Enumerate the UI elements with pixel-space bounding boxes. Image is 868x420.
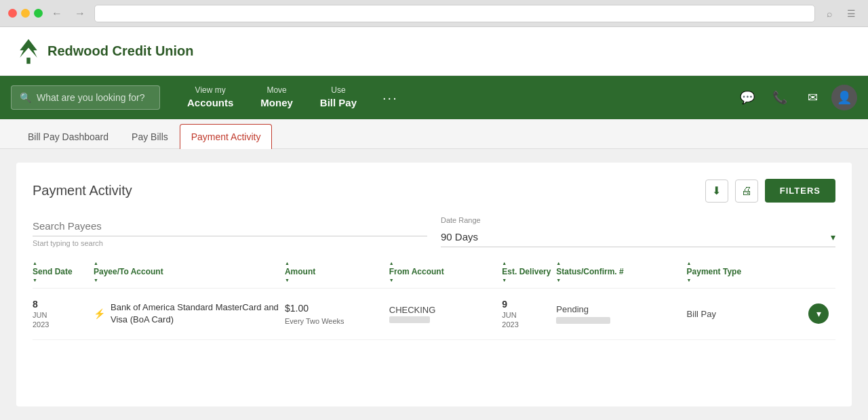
th-amount-arrow-up: ▲ (285, 261, 290, 266)
mail-button[interactable]: ✉ (799, 84, 826, 111)
row-action-button[interactable]: ▾ (808, 303, 829, 324)
filters-button[interactable]: FILTERS (765, 179, 835, 203)
table-header: ▲ Send Date ▼ ▲ Payee/To Account ▼ ▲ Amo… (33, 261, 835, 289)
phone-icon: 📞 (772, 90, 787, 105)
th-send-date[interactable]: ▲ Send Date ▼ (33, 261, 94, 282)
th-status-arrow-up: ▲ (556, 261, 561, 266)
svg-marker-0 (20, 39, 37, 57)
date-range-value: 90 Days (441, 231, 478, 243)
search-placeholder: What are you looking for? (37, 92, 145, 103)
date-range-select[interactable]: 90 Days ▾ (441, 227, 835, 247)
cell-payment-type: Bill Pay (687, 309, 808, 319)
th-from-account-arrow-up: ▲ (389, 261, 394, 266)
table-container: ▲ Send Date ▼ ▲ Payee/To Account ▼ ▲ Amo… (33, 261, 835, 340)
content-panel: Payment Activity ⬇ 🖨 FILTERS Start typin… (16, 163, 852, 406)
search-payees-input[interactable] (33, 216, 427, 236)
send-date-day: 8 (33, 298, 38, 310)
nav-money-top: Move (260, 85, 293, 96)
main-content: Payment Activity ⬇ 🖨 FILTERS Start typin… (0, 149, 868, 420)
send-date-year: 2023 (33, 320, 49, 329)
nav-billpay-bottom: Bill Pay (320, 96, 357, 110)
th-send-date-label: Send Date (33, 267, 73, 276)
th-status-label: Status/Confirm. # (556, 267, 623, 276)
account-number-redacted (389, 316, 430, 323)
chat-button[interactable]: 💬 (734, 84, 761, 111)
th-payment-type[interactable]: ▲ Payment Type ▼ (687, 261, 808, 282)
tab-pay-bills[interactable]: Pay Bills (120, 124, 180, 149)
browser-icons: ⌕ ☰ (821, 5, 860, 22)
th-send-date-arrow-down: ▼ (33, 278, 37, 282)
est-delivery-year: 2023 (502, 320, 518, 329)
th-payee-arrow-down: ▼ (94, 278, 98, 282)
th-est-delivery-arrow-down: ▼ (502, 278, 507, 282)
logo: Redwood Credit Union (16, 38, 194, 65)
amount-freq: Every Two Weeks (285, 316, 344, 327)
logo-text: Redwood Credit Union (47, 43, 194, 59)
phone-button[interactable]: 📞 (766, 84, 793, 111)
user-avatar[interactable]: 👤 (831, 85, 857, 110)
back-button[interactable]: ← (48, 5, 66, 22)
print-button[interactable]: 🖨 (735, 180, 758, 203)
th-from-account[interactable]: ▲ From Account ▼ (389, 261, 502, 282)
search-box[interactable]: 🔍 What are you looking for? (11, 85, 160, 110)
th-payment-type-arrow-down: ▼ (687, 278, 692, 282)
address-bar[interactable] (94, 5, 815, 22)
chat-icon: 💬 (740, 90, 755, 105)
th-amount[interactable]: ▲ Amount ▼ (285, 261, 389, 282)
app: Redwood Credit Union 🔍 What are you look… (0, 27, 868, 420)
browser-menu-icon[interactable]: ☰ (842, 5, 860, 22)
minimize-button[interactable] (21, 9, 30, 18)
chevron-down-icon: ▾ (816, 308, 821, 319)
mail-icon: ✉ (808, 90, 818, 105)
th-status-arrow-down: ▼ (556, 278, 561, 282)
forward-button[interactable]: → (71, 5, 89, 22)
date-range-arrow-icon: ▾ (831, 232, 835, 243)
maximize-button[interactable] (34, 9, 43, 18)
nav-more-dots[interactable]: ··· (370, 90, 410, 106)
header: Redwood Credit Union (0, 27, 868, 76)
search-payees-group: Start typing to search (33, 216, 427, 247)
cell-action: ▾ (808, 303, 835, 324)
th-payment-type-label: Payment Type (687, 267, 741, 276)
tab-payment-activity[interactable]: Payment Activity (180, 124, 273, 149)
close-button[interactable] (8, 9, 17, 18)
th-est-delivery-arrow-up: ▲ (502, 261, 507, 266)
date-range-group: Date Range 90 Days ▾ (441, 216, 835, 247)
payment-type-value: Bill Pay (687, 309, 716, 319)
nav-actions: 💬 📞 ✉ 👤 (734, 84, 857, 111)
th-status[interactable]: ▲ Status/Confirm. # ▼ (556, 261, 686, 282)
browser-chrome: ← → ⌕ ☰ (0, 0, 868, 27)
nav-accounts-bottom: Accounts (187, 96, 233, 110)
cell-est-delivery: 9 JUN 2023 (502, 298, 556, 330)
panel-header: Payment Activity ⬇ 🖨 FILTERS (33, 179, 835, 203)
print-icon: 🖨 (741, 185, 752, 197)
panel-actions: ⬇ 🖨 FILTERS (705, 179, 835, 203)
account-name: CHECKING (389, 305, 436, 315)
cell-status: Pending (556, 304, 686, 324)
search-payees-hint: Start typing to search (33, 239, 427, 247)
cell-amount: $1.00 Every Two Weeks (285, 301, 389, 327)
cell-from-account: CHECKING (389, 305, 502, 323)
th-est-delivery-label: Est. Delivery (502, 267, 551, 276)
nav-items: View my Accounts Move Money Use Bill Pay… (174, 85, 410, 109)
th-payee-label: Payee/To Account (94, 267, 163, 276)
search-icon: 🔍 (20, 92, 31, 103)
panel-title: Payment Activity (33, 183, 132, 198)
th-from-account-label: From Account (389, 267, 444, 276)
browser-search-icon[interactable]: ⌕ (821, 5, 838, 22)
nav-item-money[interactable]: Move Money (247, 85, 307, 109)
logo-icon (16, 38, 41, 65)
cell-payee: ⚡ Bank of America Standard MasterCard an… (94, 301, 285, 326)
th-payment-type-arrow-up: ▲ (687, 261, 692, 266)
nav-item-accounts[interactable]: View my Accounts (174, 85, 247, 109)
th-est-delivery[interactable]: ▲ Est. Delivery ▼ (502, 261, 556, 282)
download-button[interactable]: ⬇ (705, 180, 728, 203)
nav-item-billpay[interactable]: Use Bill Pay (307, 85, 370, 109)
send-date-month: JUN (33, 310, 47, 320)
tab-bill-pay-dashboard[interactable]: Bill Pay Dashboard (16, 124, 120, 149)
lightning-icon: ⚡ (94, 308, 105, 319)
amount-value: $1.00 (285, 301, 309, 316)
table-row: 8 JUN 2023 ⚡ Bank of America Standard Ma… (33, 289, 835, 340)
th-payee[interactable]: ▲ Payee/To Account ▼ (94, 261, 285, 282)
tabs-bar: Bill Pay Dashboard Pay Bills Payment Act… (0, 119, 868, 149)
